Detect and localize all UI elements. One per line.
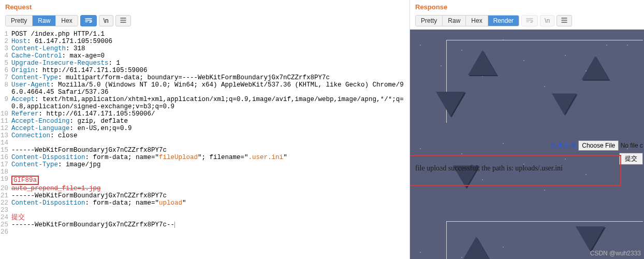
highlighted-gif-header: GIF89a (11, 176, 39, 185)
choose-file-button[interactable]: Choose File (578, 140, 619, 151)
triangle-decor-4 (581, 56, 609, 80)
submit-button[interactable]: 提交 (619, 153, 643, 165)
response-header: Response (410, 0, 644, 15)
wrap-icon (526, 17, 533, 24)
upload-result-highlight: file upload successful, the path is: upl… (410, 155, 621, 186)
request-editor[interactable]: 1POST /index.php HTTP/1.1 2Host: 61.147.… (0, 30, 409, 259)
hamburger-icon (561, 17, 567, 24)
request-view-tabs: Pretty Raw Hex (5, 15, 78, 26)
no-file-label: No file c (621, 142, 643, 149)
text-cursor (174, 222, 175, 228)
tab-pretty-resp[interactable]: Pretty (416, 16, 443, 26)
tab-hex[interactable]: Hex (56, 16, 77, 26)
triangle-decor-1 (436, 92, 465, 117)
request-toolbar: Pretty Raw Hex \n (0, 15, 409, 30)
tab-raw[interactable]: Raw (33, 16, 56, 26)
triangle-decor-2 (468, 50, 497, 75)
wrap-toggle-button-resp[interactable] (521, 15, 538, 26)
hamburger-icon (120, 17, 126, 24)
request-panel: Request Pretty Raw Hex \n 1POST /index.p… (0, 0, 410, 259)
tab-raw-resp[interactable]: Raw (443, 16, 466, 26)
wrap-icon (85, 17, 92, 24)
triangle-decor-6 (462, 237, 491, 259)
response-panel: Response Pretty Raw Hex Render \n (410, 0, 644, 259)
menu-button-resp[interactable] (557, 15, 572, 26)
response-toolbar: Pretty Raw Hex Render \n (410, 15, 644, 30)
newline-toggle-button-resp[interactable]: \n (540, 15, 554, 26)
watermark: CSDN @wuh2333 (590, 250, 641, 257)
request-title: Request (5, 3, 32, 11)
newline-toggle-button[interactable]: \n (99, 15, 113, 26)
tab-render-resp[interactable]: Render (488, 16, 519, 26)
triangle-decor-5 (552, 94, 577, 115)
tab-hex-resp[interactable]: Hex (466, 16, 488, 26)
wrap-toggle-button[interactable] (80, 15, 97, 26)
request-header: Request (0, 0, 409, 15)
triangle-decor-7 (576, 226, 605, 251)
request-line-1: POST /index.php HTTP/1.1 (11, 31, 409, 38)
tab-pretty[interactable]: Pretty (6, 16, 33, 26)
change-avatar-label: 更换头像 (550, 141, 577, 149)
rendered-page: 更换头像 Choose File No file c 提交 file uploa… (410, 30, 644, 259)
response-title: Response (415, 3, 447, 11)
menu-button[interactable] (115, 15, 131, 26)
upload-result-text: file upload successful, the path is: upl… (415, 164, 563, 172)
highlighted-prepend: auto_prepend_file=1.jpg (11, 185, 409, 192)
response-view-tabs: Pretty Raw Hex Render (415, 15, 519, 26)
